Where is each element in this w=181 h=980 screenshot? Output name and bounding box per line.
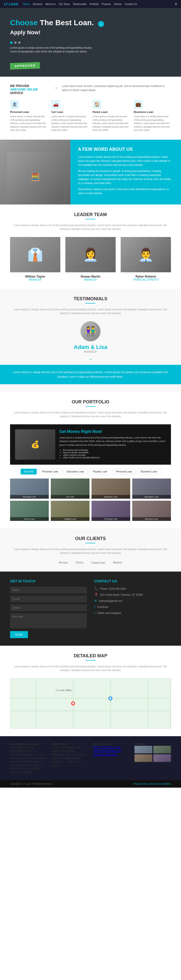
service-car-loan: 🚗 Car Loan Lorem ipsum is simply dummy t… (51, 100, 88, 132)
team-member-rowan: 👩‍💼 Rowan Martin MANAGER (65, 237, 116, 281)
nav-portfolio[interactable]: Portfolio (90, 3, 99, 6)
banner-title: Get Money Right Now! (59, 430, 166, 434)
contact-submit-button[interactable]: SEND (10, 631, 28, 638)
portfolio-item-7[interactable]: Personal Loan (91, 501, 130, 521)
contact-form: SEND (10, 587, 87, 638)
portfolio-item-2[interactable]: Car Loan (51, 479, 90, 499)
email-icon: ✉ (94, 599, 97, 603)
footer-photo-1 (134, 746, 152, 753)
svg-point-10 (109, 697, 111, 699)
about-section: 🧮 A FEW WORD ABOUT US Lorem ipsum is sim… (0, 140, 181, 204)
rowan-name: Rowan Martin (65, 275, 116, 278)
footer-web-link[interactable]: www.yoursite.com (93, 753, 117, 756)
portfolio-item-6[interactable]: Payday Loan (51, 501, 90, 521)
portfolio-section: OUR PORTFOLIO Lorem ipsum is simply dumm… (0, 392, 181, 528)
map-title: DETAILED MAP (10, 653, 171, 659)
nav-team[interactable]: Our Team (59, 3, 70, 6)
nav-clients[interactable]: Clients (114, 3, 122, 6)
contact-email-input[interactable] (10, 595, 87, 602)
about-para2: We are helping the business in growth. A… (78, 169, 173, 185)
nav-services[interactable]: Services (33, 3, 42, 6)
tab-personal-loan2[interactable]: Personal Loan (113, 469, 135, 474)
portfolio-item-8[interactable]: Business Loan (132, 501, 171, 521)
hamburger-icon[interactable]: ≡ (175, 2, 177, 6)
service-personal-loan: 🏦 Personal Loan Lorem ipsum is simply du… (10, 100, 47, 132)
portfolio-banner: 💰 Get Money Right Now! Lorem ipsum is si… (10, 424, 171, 465)
about-para3: Typesetting is always a key factor in th… (78, 187, 173, 196)
contact-name-input[interactable] (10, 587, 87, 593)
team-divider (85, 219, 96, 220)
nav-home[interactable]: Home (23, 3, 30, 6)
banner-text: Lorem ipsum is simply dummy text of the … (59, 436, 166, 447)
contact-info-col: CONTACT US 📞 Phone: (123) 456-2094 📍 213… (94, 579, 171, 638)
nav-testimonials[interactable]: Testimonials (72, 3, 87, 6)
tab-education-loan[interactable]: Education Loan (63, 469, 88, 474)
banner-content: Get Money Right Now! Lorem ipsum is simp… (59, 430, 166, 460)
about-content: A FEW WORD ABOUT US Lorem ipsum is simpl… (71, 140, 181, 204)
tab-payday-loan[interactable]: Payday Loan (90, 469, 111, 474)
footer-hours-title: Open Hours (52, 742, 88, 746)
service-business-text: Lorem ipsum is simply dummy text of the … (134, 115, 171, 132)
contact-subject-input[interactable] (10, 605, 87, 611)
testimonials-section: TESTIMONIALS Lorem ipsum is simply dummy… (0, 289, 181, 392)
ryker-photo: 👨‍💼 (121, 237, 171, 272)
nav-projects[interactable]: Projects (102, 3, 111, 6)
tab-personal-loan[interactable]: Personal Loan (39, 469, 61, 474)
portfolio-item-1[interactable]: Personal Loan (10, 479, 49, 499)
footer-photos-grid (134, 746, 171, 762)
team-subtitle: Lorem ipsum is simply dummy text of the … (10, 223, 171, 231)
hero-description: Lorem ipsum is simply dummy text of the … (10, 46, 96, 53)
william-name: William Taylor (10, 275, 60, 278)
tab-show-all[interactable]: Show All (20, 469, 37, 474)
service-personal-text: Lorem ipsum is simply dummy text of the … (10, 115, 47, 132)
team-member-ryker: 👨‍💼 Ryker Roberts FINANCIAL EXPERTS (121, 237, 171, 281)
nav-about[interactable]: About Us (45, 3, 55, 6)
map-placeholder: LT Loan Office (10, 678, 171, 729)
portfolio-item-label-6: Payday Loan (51, 517, 90, 521)
contact-message-input[interactable] (10, 613, 87, 628)
contact-form-title: GET IN TOUCH (10, 579, 87, 583)
contact-twitter: t Twitter and Instagram (94, 611, 171, 616)
footer-photo-2 (153, 746, 171, 753)
ryker-role: FINANCIAL EXPERTS (121, 278, 171, 281)
location-icon: 📍 (94, 593, 98, 597)
nav-contact[interactable]: Contact Us (125, 3, 137, 6)
contact-phone-text: Phone: (123) 456-2094 (100, 587, 126, 591)
banner-bullets: Borrowing and exchange Money transfer wo… (59, 449, 166, 459)
svg-text:LT Loan Office: LT Loan Office (55, 689, 72, 691)
contact-twitter-text: Twitter and Instagram (97, 611, 121, 616)
portfolio-item-3[interactable]: Business Loan (91, 479, 130, 499)
footer-email-link[interactable]: example@gmail.com (93, 749, 121, 753)
service-car-text: Lorem ipsum is simply dummy text of the … (51, 115, 88, 132)
portfolio-item-label-5: Home Loan (10, 517, 49, 521)
client-logo-3: LargeLogo (91, 561, 105, 564)
portfolio-item-5[interactable]: Home Loan (10, 501, 49, 521)
footer-phone-link[interactable]: +65 COUNSELLING (93, 746, 121, 749)
footer-col-photos: Photos (134, 742, 171, 774)
service-home-text: Lorem ipsum is simply dummy text of the … (93, 115, 130, 132)
footer-col-info: Information LT Loan All images are the c… (10, 742, 47, 774)
hero-choose: Choose (10, 18, 38, 27)
facebook-icon: f (94, 605, 95, 609)
bullet-4: Ullam facilis est et expedita distinctio (63, 457, 166, 459)
footer-links[interactable]: Privacy Policy | Terms and Conditions (133, 783, 171, 785)
portfolio-grid-row2: Home Loan Payday Loan Personal Loan Busi… (10, 501, 171, 521)
logo[interactable]: LT LOAN (4, 2, 18, 6)
car-loan-icon: 🚗 (51, 100, 60, 109)
service-business-loan: 💼 Business Loan Lorem ipsum is simply du… (134, 100, 171, 132)
testimonial-role: MANAGER (10, 350, 171, 353)
arrow-icon[interactable]: › (98, 21, 104, 27)
footer-copyright: Copyright © LT Loan. All Rights Reserved… (10, 783, 52, 785)
portfolio-item-4[interactable]: Education Loan (132, 479, 171, 499)
footer: Information LT Loan All images are the c… (0, 736, 181, 780)
home-loan-icon: 🏠 (93, 100, 102, 109)
hero-loan: Loan. (74, 18, 94, 27)
about-title: A FEW WORD ABOUT US (78, 147, 173, 152)
service-home-loan: 🏠 Home Loan Lorem ipsum is simply dummy … (93, 100, 130, 132)
map-divider (85, 660, 96, 660)
tab-business-loan[interactable]: Business Loan (137, 469, 161, 474)
clients-section: OUR CLIENTS Lorem ipsum is simply dummy … (0, 528, 181, 571)
contact-section: GET IN TOUCH SEND CONTACT US 📞 Phone: (1… (0, 571, 181, 646)
portfolio-tabs: Show All Personal Loan Education Loan Pa… (10, 469, 171, 474)
services-badge1: WE PROVIDE (10, 84, 50, 88)
